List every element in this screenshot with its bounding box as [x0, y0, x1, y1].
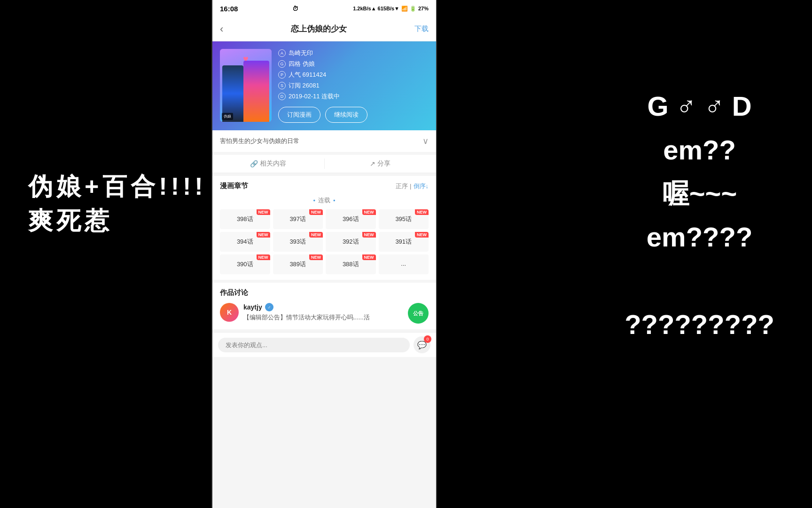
subscribe-button[interactable]: 订阅漫画 [278, 107, 320, 123]
cover-title-overlay: 伪娘 [222, 113, 233, 120]
chapter-item[interactable]: 391话NEW [379, 232, 429, 252]
gender-icon: ♂ [265, 303, 273, 311]
chapters-header: 漫画章节 正序 | 倒序↓ [220, 182, 429, 190]
tab-related[interactable]: 🔗 相关内容 [212, 155, 324, 173]
popularity-icon: P [278, 71, 286, 79]
chapter-item[interactable]: 390话NEW [220, 254, 270, 274]
link-icon: 🔗 [250, 160, 258, 167]
page-title: 恋上伪娘的少女 [291, 24, 347, 34]
serial-text: 连载 [318, 196, 330, 205]
continue-reading-button[interactable]: 继续阅读 [325, 107, 367, 123]
new-badge: NEW [257, 254, 270, 260]
tab-related-label: 相关内容 [260, 159, 286, 168]
date-icon: D [278, 93, 286, 100]
discussion-section: 作品讨论 K kaytjy ♂ 【编辑部公告】情节活动大家玩得开心吗......… [212, 283, 436, 329]
sort-desc-label[interactable]: 倒序↓ [414, 182, 429, 190]
comment-item: K kaytjy ♂ 【编辑部公告】情节活动大家玩得开心吗......活 公告 [220, 303, 429, 324]
genre-icon: G [278, 60, 286, 68]
right-text-line2: em?? [625, 128, 774, 172]
new-badge: NEW [362, 209, 376, 215]
info-subscribers-row: S 订阅 26081 [278, 81, 429, 90]
description-text: 害怕男生的少女与伪娘的日常 [220, 137, 299, 145]
tab-share-label: 分享 [377, 159, 390, 168]
message-badge: 0 [424, 335, 431, 343]
chapter-item[interactable]: 393话NEW [273, 232, 323, 252]
right-text-line3: 喔~~~ [625, 172, 774, 216]
tab-share[interactable]: ↗ 分享 [325, 155, 437, 173]
cover-character2 [243, 61, 269, 122]
new-badge: NEW [362, 254, 376, 260]
chapter-item[interactable]: 397话NEW [273, 209, 323, 229]
app-header: ‹ 恋上伪娘的少女 下载 [212, 17, 436, 41]
status-bar: 16:08 ⏱ 1.2kB/s▲ 615B/s▼ 📶 🔋 27% [212, 0, 436, 17]
chapter-item[interactable]: 388话NEW [326, 254, 376, 274]
info-genre-row: G 四格 伪娘 [278, 60, 429, 68]
message-button[interactable]: 💬 0 [414, 336, 430, 353]
subscribers-icon: S [278, 82, 286, 89]
manga-info: A 岛崎无印 G 四格 伪娘 P 人气 6911424 S 订阅 26081 D [278, 49, 429, 123]
chapter-grid: 398话NEW397话NEW396话NEW395话NEW394话NEW393话N… [220, 209, 429, 274]
popularity-label: 人气 6911424 [289, 71, 326, 79]
right-text-line4: em???? [625, 215, 774, 259]
status-time: 16:08 [220, 5, 238, 13]
description-section: 害怕男生的少女与伪娘的日常 ∨ [212, 130, 436, 152]
username: kaytjy [243, 303, 262, 311]
input-bar: 💬 0 [212, 332, 436, 357]
right-text-line5: ????????? [625, 303, 774, 347]
info-author-row: A 岛崎无印 [278, 49, 429, 57]
right-overlay-text: G ♂ ♂ D em?? 喔~~~ em???? ????????? [625, 85, 774, 347]
chapter-item[interactable]: 396话NEW [326, 209, 376, 229]
serial-dot-left: • [313, 197, 315, 204]
chapter-item[interactable]: 395话NEW [379, 209, 429, 229]
status-right: 1.2kB/s▲ 615B/s▼ 📶 🔋 27% [353, 6, 429, 12]
left-text-line1: 伪娘+百合!!!! [28, 169, 207, 204]
info-popularity-row: P 人气 6911424 [278, 71, 429, 79]
expand-arrow-icon[interactable]: ∨ [422, 136, 429, 146]
info-date-row: D 2019-02-11 连载中 [278, 92, 429, 101]
genre-label: 四格 伪娘 [289, 60, 315, 68]
author-label: 岛崎无印 [289, 49, 313, 57]
comment-body: kaytjy ♂ 【编辑部公告】情节活动大家玩得开心吗......活 [243, 303, 403, 322]
new-badge: NEW [362, 232, 376, 238]
share-icon: ↗ [370, 160, 375, 167]
comment-input[interactable] [218, 338, 410, 352]
sort-asc-label[interactable]: 正序 [396, 182, 408, 190]
discussion-title: 作品讨论 [220, 288, 429, 297]
hero-section: ♥ 伪娘 A 岛崎无印 G 四格 伪娘 P 人气 6911424 [212, 41, 436, 130]
new-badge: NEW [309, 254, 323, 260]
app-content: ‹ 恋上伪娘的少女 下载 ♥ 伪娘 A 岛崎无印 G [212, 17, 436, 508]
manga-cover: ♥ 伪娘 [220, 49, 272, 122]
chapters-title: 漫画章节 [220, 182, 248, 190]
chapters-section: 漫画章节 正序 | 倒序↓ • 连载 • 398话NEW397话NEW396话N… [212, 176, 436, 280]
comment-user-row: kaytjy ♂ [243, 303, 403, 311]
serial-dot-right: • [333, 197, 336, 204]
left-text-line2: 爽死惹 [28, 204, 207, 238]
chapter-item[interactable]: 392话NEW [326, 232, 376, 252]
chapter-item[interactable]: ... [379, 254, 429, 274]
subscribers-label: 订阅 26081 [289, 81, 320, 90]
wifi-icon: 📶 [401, 6, 408, 12]
comment-text: 【编辑部公告】情节活动大家玩得开心吗......活 [243, 313, 403, 322]
new-badge: NEW [415, 209, 429, 215]
new-badge: NEW [257, 209, 270, 215]
network-speed: 1.2kB/s▲ 615B/s▼ [353, 6, 399, 11]
right-text-line1: G ♂ ♂ D [625, 85, 774, 128]
back-button[interactable]: ‹ [220, 23, 223, 35]
new-badge: NEW [309, 232, 323, 238]
new-badge: NEW [257, 232, 270, 238]
chapter-item[interactable]: 394话NEW [220, 232, 270, 252]
new-badge: NEW [415, 232, 429, 238]
new-badge: NEW [309, 209, 323, 215]
download-button[interactable]: 下载 [414, 24, 429, 33]
announcement-badge: 公告 [408, 303, 429, 324]
chapter-item[interactable]: 389话NEW [273, 254, 323, 274]
battery-percent: 27% [418, 6, 429, 11]
chapter-item[interactable]: 398话NEW [220, 209, 270, 229]
author-icon: A [278, 49, 286, 57]
date-label: 2019-02-11 连载中 [289, 92, 340, 101]
phone-frame: 16:08 ⏱ 1.2kB/s▲ 615B/s▼ 📶 🔋 27% ‹ 恋上伪娘的… [211, 0, 437, 508]
battery-icon: 🔋 [410, 6, 416, 12]
left-overlay-text: 伪娘+百合!!!! 爽死惹 [28, 169, 207, 238]
content-tabs: 🔗 相关内容 ↗ 分享 [212, 155, 436, 173]
serial-label: • 连载 • [220, 196, 429, 205]
